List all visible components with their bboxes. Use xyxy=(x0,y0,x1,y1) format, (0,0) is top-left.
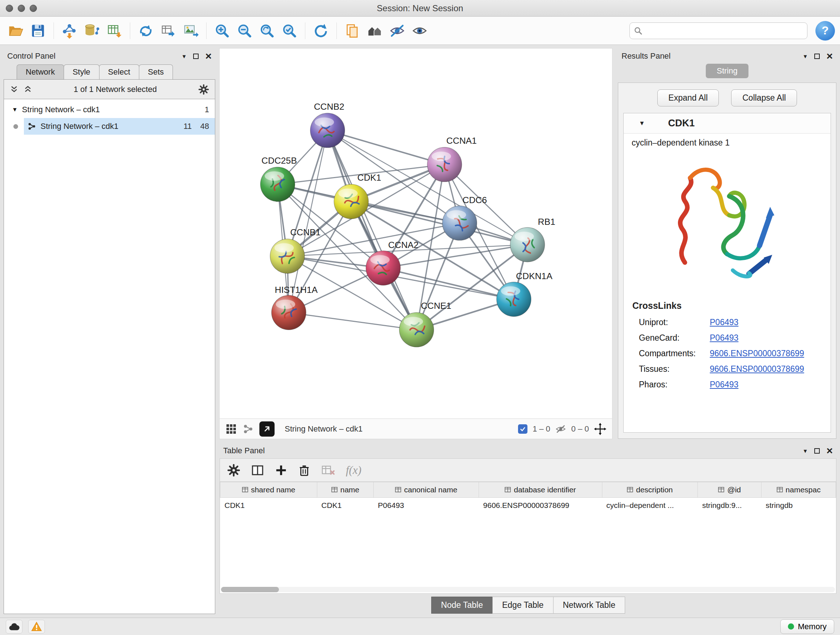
show-all-button[interactable] xyxy=(409,19,430,42)
node-CCNB1[interactable] xyxy=(270,239,305,273)
float-panel-icon[interactable] xyxy=(193,54,199,59)
crosslink-link[interactable]: P06493 xyxy=(710,380,738,390)
export-network-button[interactable] xyxy=(135,19,156,42)
search-input[interactable] xyxy=(646,27,803,35)
collapse-panel-icon[interactable]: ▼ xyxy=(803,448,808,454)
export-table-button[interactable] xyxy=(158,19,179,42)
network-row-body[interactable]: String Network – cdk1 11 48 xyxy=(24,118,215,135)
close-window-button[interactable] xyxy=(6,5,13,12)
open-session-button[interactable] xyxy=(5,19,26,42)
network-row[interactable]: String Network – cdk1 11 48 xyxy=(4,118,215,135)
crosslink-link[interactable]: P06493 xyxy=(710,318,738,327)
float-panel-icon[interactable] xyxy=(814,448,820,454)
delete-column-button[interactable] xyxy=(298,464,310,477)
protein-card-header[interactable]: ▼ CDK1 xyxy=(624,113,831,134)
node-CCNA1[interactable] xyxy=(427,147,462,182)
edge-CCNB2-CCNA1[interactable] xyxy=(327,130,444,165)
function-builder-button[interactable]: f(x) xyxy=(346,464,362,477)
table-settings-button[interactable] xyxy=(227,464,240,477)
tab-node-table[interactable]: Node Table xyxy=(431,597,493,614)
column-header[interactable]: @id xyxy=(698,482,761,498)
crosslink-link[interactable]: P06493 xyxy=(710,333,738,343)
column-header[interactable]: name xyxy=(317,482,373,498)
table-cell[interactable]: cyclin–dependent ... xyxy=(602,498,698,513)
horizontal-scrollbar[interactable] xyxy=(221,587,835,592)
add-column-button[interactable] xyxy=(275,464,287,477)
column-header[interactable]: shared name xyxy=(220,482,317,498)
zoom-fit-button[interactable] xyxy=(256,19,278,42)
edge-CCNB2-CCNE1[interactable] xyxy=(327,130,416,330)
tab-sets[interactable]: Sets xyxy=(139,65,173,79)
crosslink-link[interactable]: 9606.ENSP00000378699 xyxy=(710,364,804,374)
zoom-out-button[interactable] xyxy=(234,19,255,42)
table-cell[interactable]: stringdb:9... xyxy=(698,498,761,513)
close-panel-icon[interactable]: × xyxy=(205,52,212,60)
collapse-all-button[interactable]: Collapse All xyxy=(731,89,797,106)
edge-HIST1H1A-CCNE1[interactable] xyxy=(289,312,416,330)
import-network-from-database-button[interactable] xyxy=(81,19,103,42)
help-button[interactable]: ? xyxy=(815,21,835,41)
column-header[interactable]: namespac xyxy=(761,482,836,498)
table-cell[interactable]: CDK1 xyxy=(220,498,317,513)
minimize-window-button[interactable] xyxy=(18,5,25,12)
float-panel-icon[interactable] xyxy=(814,54,820,59)
node-HIST1H1A[interactable] xyxy=(272,295,306,330)
collapse-panel-icon[interactable]: ▼ xyxy=(803,54,808,59)
crosslink-link[interactable]: 9606.ENSP00000378699 xyxy=(710,348,804,358)
zoom-in-button[interactable] xyxy=(212,19,233,42)
save-session-button[interactable] xyxy=(27,19,49,42)
home-view-button[interactable] xyxy=(364,19,385,42)
column-header[interactable]: database identifier xyxy=(479,482,602,498)
update-network-button[interactable] xyxy=(310,19,332,42)
open-in-new-window-button[interactable] xyxy=(259,421,275,437)
table-cell[interactable]: 9606.ENSP00000378699 xyxy=(479,498,602,513)
tab-string[interactable]: String xyxy=(706,64,748,78)
collection-row[interactable]: ▼ String Network – cdk1 1 xyxy=(4,101,215,118)
table-row[interactable]: CDK1CDK1P064939606.ENSP00000378699cyclin… xyxy=(220,498,836,513)
node-RB1[interactable] xyxy=(510,227,545,262)
tab-edge-table[interactable]: Edge Table xyxy=(493,597,554,614)
node-CDC25B[interactable] xyxy=(261,167,295,201)
tab-style[interactable]: Style xyxy=(64,65,99,79)
collapse-panel-icon[interactable]: ▼ xyxy=(182,54,187,59)
grid-icon[interactable] xyxy=(225,423,237,435)
node-CCNA2[interactable] xyxy=(366,251,401,285)
network-graph[interactable]: CCNB2CCNA1CDC25BCDK1CDC6RB1CCNB1CCNA2CDK… xyxy=(219,49,612,418)
table-cell[interactable]: CDK1 xyxy=(317,498,373,513)
disclosure-triangle-icon[interactable]: ▼ xyxy=(12,106,18,113)
scrollbar-thumb[interactable] xyxy=(221,587,279,592)
tab-network-table[interactable]: Network Table xyxy=(553,597,625,614)
export-image-button[interactable] xyxy=(180,19,201,42)
zoom-window-button[interactable] xyxy=(30,5,37,12)
hide-selected-button[interactable] xyxy=(387,19,408,42)
selected-checkbox[interactable] xyxy=(518,424,527,434)
import-table-button[interactable] xyxy=(104,19,125,42)
tab-select[interactable]: Select xyxy=(99,65,139,79)
node-CDK1[interactable] xyxy=(334,184,368,219)
column-header[interactable]: canonical name xyxy=(374,482,479,498)
edge-CDK1-RB1[interactable] xyxy=(351,202,527,245)
show-columns-button[interactable] xyxy=(251,464,264,477)
close-panel-icon[interactable]: × xyxy=(826,52,833,60)
collapse-all-icon[interactable] xyxy=(10,85,19,94)
expand-all-icon[interactable] xyxy=(24,85,32,94)
warnings-button[interactable] xyxy=(28,620,45,633)
gear-icon[interactable] xyxy=(198,84,209,95)
birdseye-icon[interactable] xyxy=(243,424,254,434)
table-cell[interactable]: stringdb xyxy=(761,498,836,513)
expand-all-button[interactable]: Expand All xyxy=(657,89,719,106)
network-canvas[interactable]: CCNB2CCNA1CDC25BCDK1CDC6RB1CCNB1CCNA2CDK… xyxy=(219,49,612,418)
node-CDKN1A[interactable] xyxy=(497,282,531,317)
memory-button[interactable]: Memory xyxy=(780,619,834,634)
disclosure-triangle-icon[interactable]: ▼ xyxy=(639,120,645,127)
tab-network[interactable]: Network xyxy=(17,65,64,79)
close-panel-icon[interactable]: × xyxy=(826,447,833,455)
node-CCNB2[interactable] xyxy=(310,113,345,148)
pan-crosshair-icon[interactable] xyxy=(594,423,606,435)
zoom-selected-button[interactable] xyxy=(279,19,300,42)
node-CDC6[interactable] xyxy=(442,206,477,241)
duplicate-document-button[interactable] xyxy=(342,19,363,42)
column-header[interactable]: description xyxy=(602,482,698,498)
node-CCNE1[interactable] xyxy=(399,312,434,347)
cloud-status-button[interactable] xyxy=(6,620,22,633)
